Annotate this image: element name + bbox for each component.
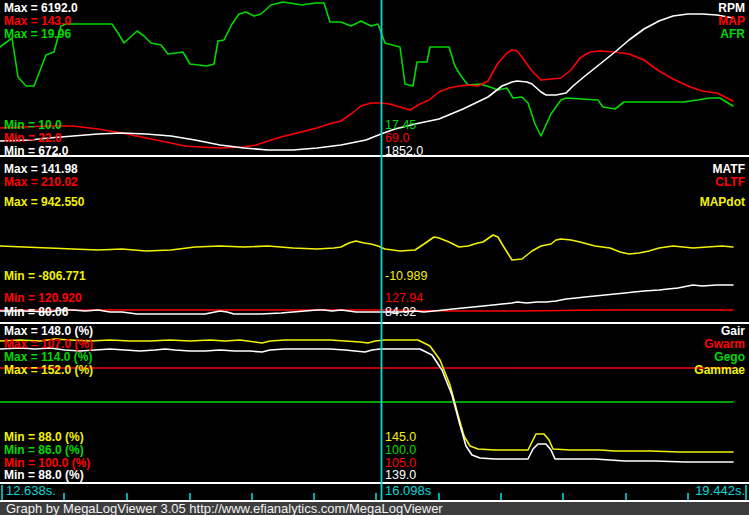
trace-rpm <box>0 14 733 150</box>
status-bar: Graph by MegaLogViewer 3.05 http://www.e… <box>0 500 749 515</box>
panel-divider <box>0 322 749 324</box>
status-text: Graph by MegaLogViewer 3.05 http://www.e… <box>6 501 443 515</box>
graph-area[interactable] <box>0 0 749 515</box>
trace-gair <box>0 348 733 462</box>
trace-afr <box>0 2 733 136</box>
trace-mapdot <box>0 235 733 260</box>
panel-divider <box>0 155 749 157</box>
time-start-label: 12.638s. <box>6 484 56 498</box>
time-end-label: 19.442s. <box>695 484 745 498</box>
trace-gammae <box>0 339 733 452</box>
trace-cltf <box>0 310 733 311</box>
time-cursor-label: 16.098s <box>385 484 431 498</box>
megalogviewer-window: Max = 6192.0Max = 143.0Max = 19.96Min = … <box>0 0 749 515</box>
time-axis: 12.638s. 16.098s 19.442s. <box>0 484 749 500</box>
